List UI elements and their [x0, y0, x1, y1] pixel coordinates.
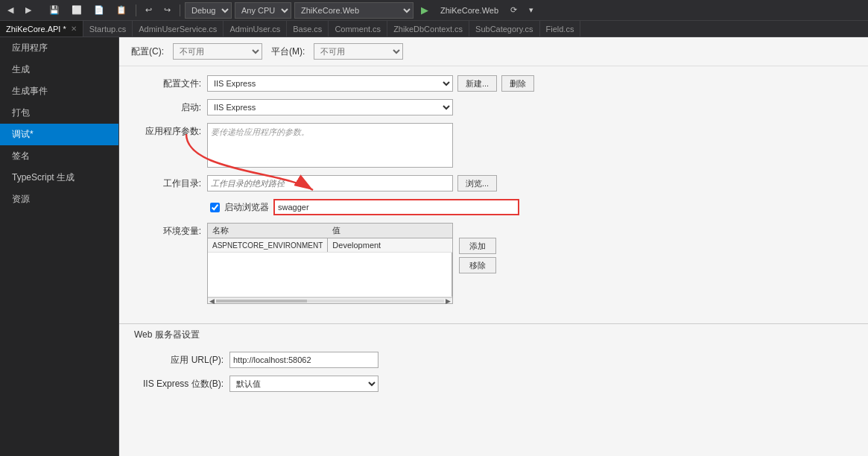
iis-port-label: IIS Express 位数(B): — [134, 376, 224, 390]
tab-label: ZhikeDbContext.cs — [393, 25, 463, 34]
config-select[interactable]: 不可用 — [173, 43, 262, 60]
workdir-row: 工作目录: 浏览... — [134, 175, 853, 191]
sidebar-item-build-events[interactable]: 生成事件 — [0, 80, 118, 102]
env-area: 名称 值 ASPNETCORE_ENVIRONMENT Development — [207, 223, 496, 304]
config-label: 配置(C): — [131, 45, 164, 58]
sidebar: 应用程序 生成 生成事件 打包 调试* 签名 TypeScript 生成 资源 — [0, 37, 119, 456]
icon2-button[interactable]: ⬜ — [67, 4, 86, 16]
reload-button[interactable]: ⟳ — [506, 4, 522, 16]
more-toolbar-button[interactable]: ▾ — [525, 4, 538, 16]
iis-port-select[interactable]: 默认值 — [229, 376, 378, 392]
back-button[interactable]: ◀ — [3, 4, 18, 16]
env-table: 名称 值 ASPNETCORE_ENVIRONMENT Development — [208, 224, 452, 297]
tab-label: AdminUser.cs — [229, 25, 280, 34]
launch-select[interactable]: IIS Express — [207, 99, 453, 115]
tab-field[interactable]: Field.cs — [540, 21, 581, 37]
tab-label: AdminUserService.cs — [139, 25, 217, 34]
app-url-input[interactable] — [229, 352, 378, 368]
icon4-button[interactable]: 📋 — [112, 4, 131, 16]
iis-port-row: IIS Express 位数(B): 默认值 — [134, 376, 853, 392]
appargs-textarea[interactable]: 要传递给应用程序的参数。 — [207, 123, 453, 168]
scroll-left-icon[interactable]: ◀ — [209, 297, 215, 305]
new-button[interactable]: 新建... — [457, 75, 497, 92]
profile-select[interactable]: IIS Express — [207, 75, 453, 92]
sidebar-item-resources[interactable]: 资源 — [0, 189, 118, 210]
sidebar-item-build[interactable]: 生成 — [0, 59, 118, 80]
env-label: 环境变量: — [134, 223, 201, 238]
app-url-row: 应用 URL(P): — [134, 352, 853, 368]
workdir-input[interactable] — [207, 175, 453, 191]
platform-select[interactable]: 不可用 — [314, 43, 403, 60]
tab-label: Base.cs — [293, 25, 322, 34]
env-row: 环境变量: 名称 值 — [134, 223, 853, 304]
redo-button[interactable]: ↪ — [159, 4, 175, 16]
env-scrollbar[interactable]: ◀ ▶ — [208, 297, 452, 303]
sidebar-item-app[interactable]: 应用程序 — [0, 37, 118, 59]
play-button[interactable]: ▶ — [416, 3, 433, 17]
divider2 — [180, 4, 180, 16]
app-url-label: 应用 URL(P): — [134, 352, 224, 367]
project-select[interactable]: ZhiKeCore.Web — [294, 2, 414, 19]
tab-label: SubCategory.cs — [475, 25, 533, 34]
tab-base[interactable]: Base.cs — [287, 21, 329, 37]
content-wrapper: 配置(C): 不可用 平台(M): 不可用 配置文件: IIS Express — [119, 37, 868, 408]
debug-select[interactable]: Debug — [185, 2, 232, 19]
table-row[interactable]: ASPNETCORE_ENVIRONMENT Development — [208, 238, 452, 253]
env-value-cell: Development — [328, 238, 452, 253]
tab-zhikedbcontext[interactable]: ZhikeDbContext.cs — [387, 21, 469, 37]
config-header: 配置(C): 不可用 平台(M): 不可用 — [119, 37, 868, 66]
workdir-label: 工作目录: — [134, 175, 201, 190]
tab-zhikecoreapi[interactable]: ZhiKeCore.API * ✕ — [0, 21, 83, 37]
undo-button[interactable]: ↩ — [141, 4, 156, 16]
delete-button[interactable]: 删除 — [501, 75, 534, 92]
tab-adminuserservice[interactable]: AdminUserService.cs — [133, 21, 224, 37]
close-icon[interactable]: ✕ — [71, 25, 77, 33]
web-server-section: Web 服务器设置 — [119, 323, 868, 346]
divider1 — [136, 4, 136, 16]
workdir-input-group: 浏览... — [207, 175, 497, 191]
browser-label: 启动浏览器 — [224, 201, 269, 214]
sidebar-item-package[interactable]: 打包 — [0, 102, 118, 124]
tabbar: ZhiKeCore.API * ✕ Startup.cs AdminUserSe… — [0, 21, 868, 37]
tab-subcategory[interactable]: SubCategory.cs — [469, 21, 539, 37]
tab-adminuser[interactable]: AdminUser.cs — [224, 21, 287, 37]
platform-label: 平台(M): — [271, 45, 305, 58]
tab-label: Startup.cs — [89, 25, 127, 34]
browser-row: 启动浏览器 — [137, 199, 853, 215]
play-project-label: ZhiKeCore.Web — [436, 4, 503, 16]
tab-startup[interactable]: Startup.cs — [83, 21, 133, 37]
env-col-value: 值 — [328, 224, 452, 238]
appargs-label: 应用程序参数: — [134, 123, 201, 138]
launch-row: 启动: IIS Express — [134, 99, 853, 115]
browser-spacer — [137, 206, 204, 209]
env-table-container: 名称 值 ASPNETCORE_ENVIRONMENT Development — [207, 223, 453, 304]
launch-label: 启动: — [134, 99, 201, 114]
add-env-button[interactable]: 添加 — [459, 238, 496, 254]
icon3-button[interactable]: 📄 — [89, 4, 109, 16]
form-area: 配置文件: IIS Express 新建... 删除 启动: IIS Expre… — [119, 66, 868, 320]
appargs-row: 应用程序参数: 要传递给应用程序的参数。 — [134, 123, 853, 168]
profile-input-group: IIS Express 新建... 删除 — [207, 75, 534, 92]
toolbar: ◀ ▶ 💾 ⬜ 📄 📋 ↩ ↪ Debug Any CPU ZhiKeCore.… — [0, 0, 868, 21]
save-button[interactable]: 💾 — [45, 4, 64, 16]
tab-label: Comment.cs — [335, 25, 381, 34]
forward-button[interactable]: ▶ — [21, 4, 36, 16]
env-col-name: 名称 — [208, 224, 328, 238]
content-area: 配置(C): 不可用 平台(M): 不可用 配置文件: IIS Express — [119, 37, 868, 456]
profile-row: 配置文件: IIS Express 新建... 删除 — [134, 75, 853, 92]
main-layout: 应用程序 生成 生成事件 打包 调试* 签名 TypeScript 生成 资源 … — [0, 37, 868, 456]
scrollbar-thumb — [216, 300, 307, 303]
browse-button[interactable]: 浏览... — [457, 175, 497, 191]
remove-env-button[interactable]: 移除 — [459, 257, 496, 273]
scroll-right-icon[interactable]: ▶ — [446, 297, 451, 305]
cpu-select[interactable]: Any CPU — [235, 2, 291, 19]
browser-input[interactable] — [273, 199, 519, 215]
sidebar-item-debug[interactable]: 调试* — [0, 124, 118, 145]
sidebar-item-typescript[interactable]: TypeScript 生成 — [0, 167, 118, 189]
browser-checkbox[interactable] — [210, 203, 220, 212]
env-buttons: 添加 移除 — [459, 223, 496, 304]
web-server-form: 应用 URL(P): IIS Express 位数(B): 默认值 — [119, 346, 868, 408]
tab-comment[interactable]: Comment.cs — [329, 21, 387, 37]
sidebar-item-signing[interactable]: 签名 — [0, 145, 118, 167]
tab-label: ZhiKeCore.API * — [6, 25, 66, 34]
